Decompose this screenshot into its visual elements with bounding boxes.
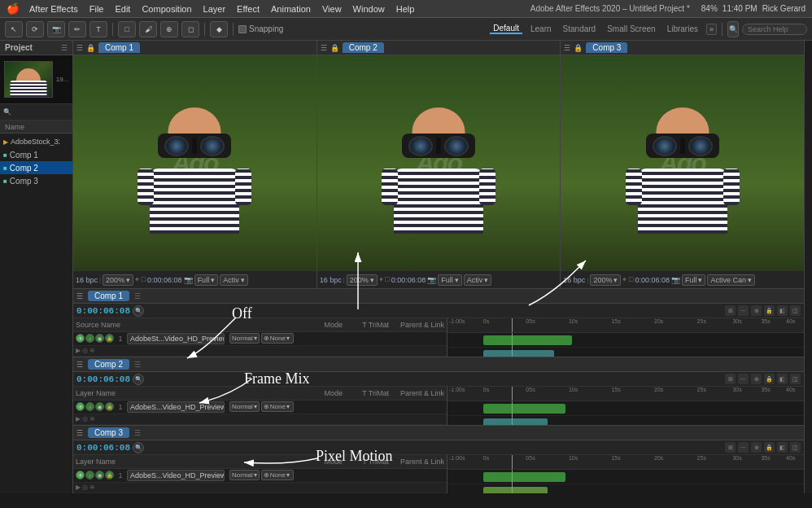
tool-clone[interactable]: ⊕ xyxy=(160,21,178,37)
menu-edit[interactable]: Edit xyxy=(110,2,135,15)
tool-pen[interactable]: ✏ xyxy=(68,21,86,37)
ws-tab-libraries[interactable]: Libraries xyxy=(664,24,701,33)
tl1-parent-dropdown[interactable]: ⊕ None▾ xyxy=(261,333,294,344)
track3-bar[interactable] xyxy=(483,472,565,482)
tl2-solo[interactable]: ◉ xyxy=(95,402,104,411)
viewer1-status[interactable]: Activ▾ xyxy=(220,274,248,286)
menu-view[interactable]: View xyxy=(317,2,347,15)
tl3-parent-dropdown[interactable]: ⊕ None▾ xyxy=(261,470,294,480)
tl3-vis[interactable]: 👁 xyxy=(76,471,85,480)
track2-bar2[interactable] xyxy=(483,418,548,425)
right-scrollbar[interactable] xyxy=(804,41,812,493)
tl3-lock[interactable]: 🔒 xyxy=(105,471,114,480)
viewer2-status[interactable]: Activ▾ xyxy=(464,274,492,286)
project-item-footage[interactable]: ▶ AdobeStock_32369... xyxy=(0,135,72,148)
apple-menu[interactable]: 🍎 xyxy=(7,2,20,15)
tool-puppet[interactable]: ◆ xyxy=(210,21,228,37)
tl2-audio[interactable]: ♪ xyxy=(85,402,94,411)
timeline3-tab[interactable]: Comp 3 xyxy=(88,427,129,438)
tl2-expand-icon[interactable]: ▶ ◎ ≋ xyxy=(76,415,95,423)
viewer3-tab[interactable]: Comp 3 xyxy=(586,42,627,53)
viewer1-quality[interactable]: Full▾ xyxy=(194,274,219,286)
ws-tab-standard[interactable]: Standard xyxy=(560,24,600,33)
tl1-ctrl2[interactable]: ⋯ xyxy=(738,305,749,316)
viewer2-quality[interactable]: Full▾ xyxy=(438,274,462,286)
timeline1-search[interactable]: 🔍 xyxy=(133,305,144,317)
tl2-ctrl4[interactable]: 🔒 xyxy=(764,374,775,384)
tl3-expand-icon[interactable]: ▶ ◎ ≋ xyxy=(76,484,95,491)
viewer3-zoom[interactable]: 200%▾ xyxy=(590,274,621,286)
menu-file[interactable]: File xyxy=(85,2,109,15)
tl2-ctrl1[interactable]: ⊞ xyxy=(725,374,736,384)
tl2-lock[interactable]: 🔒 xyxy=(105,402,114,411)
track3-bar2[interactable] xyxy=(483,487,548,493)
viewer2-tab[interactable]: Comp 2 xyxy=(343,42,384,53)
tl3-ctrl5[interactable]: ◧ xyxy=(777,442,788,453)
tl3-ctrl3[interactable]: ⊕ xyxy=(751,442,762,453)
tl2-parent-dropdown[interactable]: ⊕ None▾ xyxy=(261,401,294,412)
tl3-layer-name[interactable]: AdobeS...Video_HD_Preview.mov xyxy=(127,470,225,481)
tl2-ctrl5[interactable]: ◧ xyxy=(777,374,788,384)
tl3-mode-dropdown[interactable]: Normal▾ xyxy=(229,470,260,480)
menu-layer[interactable]: Layer xyxy=(199,2,231,15)
track1-bar[interactable] xyxy=(483,335,573,345)
viewer1-zoom[interactable]: 200%▾ xyxy=(103,274,133,286)
tl1-menu[interactable]: ☰ xyxy=(76,292,83,300)
tool-rotate[interactable]: ⟳ xyxy=(26,21,44,37)
timeline1-timecode[interactable]: 0:00:06:08 xyxy=(76,306,130,316)
search-help-box[interactable]: Search Help xyxy=(742,24,807,35)
viewer1-tab[interactable]: Comp 1 xyxy=(98,42,140,53)
tl1-audio[interactable]: ♪ xyxy=(85,334,94,343)
tl3-menu2[interactable]: ☰ xyxy=(134,429,141,437)
ws-tab-default[interactable]: Default xyxy=(490,24,522,34)
tl2-layer-name[interactable]: AdobeS...Video_HD_Preview.mov xyxy=(127,401,225,413)
tl2-vis[interactable]: 👁 xyxy=(76,402,85,411)
tl2-ctrl3[interactable]: ⊕ xyxy=(751,374,762,384)
ws-more[interactable]: » xyxy=(706,24,717,35)
timeline2-timecode[interactable]: 0:00:06:08 xyxy=(76,374,130,384)
viewer3-status[interactable]: Active Can▾ xyxy=(707,274,755,286)
tl2-ctrl2[interactable]: ⋯ xyxy=(738,374,749,384)
tl1-mode-dropdown[interactable]: Normal▾ xyxy=(229,333,260,344)
tl1-expand-icon[interactable]: ▶ ◎ ≋ xyxy=(76,347,95,354)
ws-tab-learn[interactable]: Learn xyxy=(527,24,555,33)
tl3-ctrl6[interactable]: ◫ xyxy=(790,442,801,453)
tl1-solo[interactable]: ◉ xyxy=(95,334,104,343)
app-name-menu[interactable]: After Effects xyxy=(24,2,83,15)
tool-brush[interactable]: 🖌 xyxy=(139,21,157,37)
timeline3-timecode[interactable]: 0:00:06:08 xyxy=(76,443,130,453)
project-item-comp3[interactable]: ■ Comp 3 xyxy=(0,174,72,187)
snap-checkbox[interactable] xyxy=(238,25,247,33)
menu-animation[interactable]: Animation xyxy=(266,2,316,15)
tl3-audio[interactable]: ♪ xyxy=(85,471,94,480)
viewer2-zoom[interactable]: 200%▾ xyxy=(347,274,378,286)
tl3-ctrl1[interactable]: ⊞ xyxy=(725,442,736,453)
tl1-menu2[interactable]: ☰ xyxy=(134,292,141,300)
tl2-menu[interactable]: ☰ xyxy=(76,361,83,369)
timeline2-search[interactable]: 🔍 xyxy=(133,374,144,385)
tl1-ctrl1[interactable]: ⊞ xyxy=(725,305,736,316)
track1-bar2[interactable] xyxy=(483,350,555,357)
tl2-mode-dropdown[interactable]: Normal▾ xyxy=(229,401,260,412)
tl2-ctrl6[interactable]: ◫ xyxy=(790,374,801,384)
ws-tab-small-screen[interactable]: Small Screen xyxy=(604,24,658,33)
project-item-comp2[interactable]: ■ Comp 2 xyxy=(0,161,72,174)
tl3-ctrl4[interactable]: 🔒 xyxy=(764,442,775,453)
tl3-ctrl2[interactable]: ⋯ xyxy=(738,442,749,453)
tool-camera[interactable]: 📷 xyxy=(47,21,65,37)
search-ae-btn[interactable]: 🔍 xyxy=(727,21,739,37)
viewer3-quality[interactable]: Full▾ xyxy=(682,274,706,286)
project-item-comp1[interactable]: ■ Comp 1 xyxy=(0,148,72,161)
tl1-layer-name[interactable]: AdobeSt...Video_HD_Preview.mov xyxy=(127,333,225,344)
tool-eraser[interactable]: ◻ xyxy=(181,21,199,37)
tool-text[interactable]: T xyxy=(89,21,107,37)
tl3-menu[interactable]: ☰ xyxy=(76,429,83,437)
tl1-vis[interactable]: 👁 xyxy=(76,334,85,343)
tl3-solo[interactable]: ◉ xyxy=(95,471,104,480)
timeline3-search[interactable]: 🔍 xyxy=(133,442,144,453)
tl1-ctrl6[interactable]: ◫ xyxy=(790,305,801,316)
track2-bar[interactable] xyxy=(483,404,565,414)
tl1-ctrl5[interactable]: ◧ xyxy=(777,305,788,316)
menu-window[interactable]: Window xyxy=(348,2,390,15)
menu-help[interactable]: Help xyxy=(391,2,420,15)
